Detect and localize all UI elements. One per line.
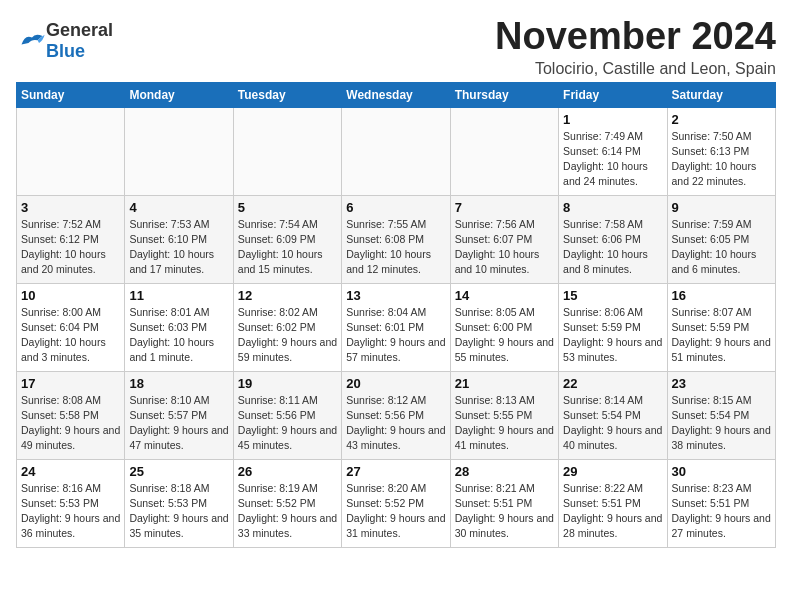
day-info: Sunrise: 7:55 AM Sunset: 6:08 PM Dayligh… — [346, 217, 445, 278]
day-number: 9 — [672, 200, 771, 215]
day-info: Sunrise: 8:08 AM Sunset: 5:58 PM Dayligh… — [21, 393, 120, 454]
calendar-day-cell: 8Sunrise: 7:58 AM Sunset: 6:06 PM Daylig… — [559, 195, 667, 283]
logo-general-text: General — [46, 20, 113, 40]
calendar-week-row: 1Sunrise: 7:49 AM Sunset: 6:14 PM Daylig… — [17, 107, 776, 195]
calendar-day-cell: 5Sunrise: 7:54 AM Sunset: 6:09 PM Daylig… — [233, 195, 341, 283]
day-of-week-header: Wednesday — [342, 82, 450, 107]
day-of-week-header: Monday — [125, 82, 233, 107]
day-number: 7 — [455, 200, 554, 215]
day-number: 20 — [346, 376, 445, 391]
day-of-week-header: Friday — [559, 82, 667, 107]
day-info: Sunrise: 8:04 AM Sunset: 6:01 PM Dayligh… — [346, 305, 445, 366]
calendar-week-row: 10Sunrise: 8:00 AM Sunset: 6:04 PM Dayli… — [17, 283, 776, 371]
calendar-day-cell: 16Sunrise: 8:07 AM Sunset: 5:59 PM Dayli… — [667, 283, 775, 371]
calendar-day-cell — [17, 107, 125, 195]
calendar-day-cell: 23Sunrise: 8:15 AM Sunset: 5:54 PM Dayli… — [667, 371, 775, 459]
calendar-day-cell — [342, 107, 450, 195]
calendar-day-cell: 30Sunrise: 8:23 AM Sunset: 5:51 PM Dayli… — [667, 459, 775, 547]
day-info: Sunrise: 8:19 AM Sunset: 5:52 PM Dayligh… — [238, 481, 337, 542]
day-info: Sunrise: 8:10 AM Sunset: 5:57 PM Dayligh… — [129, 393, 228, 454]
calendar-day-cell: 19Sunrise: 8:11 AM Sunset: 5:56 PM Dayli… — [233, 371, 341, 459]
day-number: 10 — [21, 288, 120, 303]
day-number: 22 — [563, 376, 662, 391]
day-number: 14 — [455, 288, 554, 303]
month-title: November 2024 — [495, 16, 776, 58]
day-number: 5 — [238, 200, 337, 215]
calendar-day-cell: 18Sunrise: 8:10 AM Sunset: 5:57 PM Dayli… — [125, 371, 233, 459]
calendar-day-cell: 27Sunrise: 8:20 AM Sunset: 5:52 PM Dayli… — [342, 459, 450, 547]
day-of-week-header: Tuesday — [233, 82, 341, 107]
day-info: Sunrise: 7:58 AM Sunset: 6:06 PM Dayligh… — [563, 217, 662, 278]
day-number: 19 — [238, 376, 337, 391]
calendar-day-cell: 12Sunrise: 8:02 AM Sunset: 6:02 PM Dayli… — [233, 283, 341, 371]
day-info: Sunrise: 8:23 AM Sunset: 5:51 PM Dayligh… — [672, 481, 771, 542]
day-info: Sunrise: 8:02 AM Sunset: 6:02 PM Dayligh… — [238, 305, 337, 366]
day-number: 3 — [21, 200, 120, 215]
title-block: November 2024 Tolocirio, Castille and Le… — [495, 16, 776, 78]
calendar-day-cell — [233, 107, 341, 195]
day-info: Sunrise: 8:01 AM Sunset: 6:03 PM Dayligh… — [129, 305, 228, 366]
calendar-day-cell: 22Sunrise: 8:14 AM Sunset: 5:54 PM Dayli… — [559, 371, 667, 459]
day-of-week-header: Thursday — [450, 82, 558, 107]
day-info: Sunrise: 8:15 AM Sunset: 5:54 PM Dayligh… — [672, 393, 771, 454]
day-info: Sunrise: 8:21 AM Sunset: 5:51 PM Dayligh… — [455, 481, 554, 542]
day-info: Sunrise: 8:12 AM Sunset: 5:56 PM Dayligh… — [346, 393, 445, 454]
calendar-week-row: 17Sunrise: 8:08 AM Sunset: 5:58 PM Dayli… — [17, 371, 776, 459]
day-info: Sunrise: 8:18 AM Sunset: 5:53 PM Dayligh… — [129, 481, 228, 542]
day-number: 16 — [672, 288, 771, 303]
calendar-day-cell — [450, 107, 558, 195]
calendar-day-cell: 6Sunrise: 7:55 AM Sunset: 6:08 PM Daylig… — [342, 195, 450, 283]
day-info: Sunrise: 8:13 AM Sunset: 5:55 PM Dayligh… — [455, 393, 554, 454]
day-number: 25 — [129, 464, 228, 479]
day-info: Sunrise: 7:53 AM Sunset: 6:10 PM Dayligh… — [129, 217, 228, 278]
day-number: 1 — [563, 112, 662, 127]
calendar-day-cell: 24Sunrise: 8:16 AM Sunset: 5:53 PM Dayli… — [17, 459, 125, 547]
calendar-day-cell — [125, 107, 233, 195]
calendar-week-row: 3Sunrise: 7:52 AM Sunset: 6:12 PM Daylig… — [17, 195, 776, 283]
day-number: 4 — [129, 200, 228, 215]
day-number: 13 — [346, 288, 445, 303]
day-number: 21 — [455, 376, 554, 391]
day-number: 11 — [129, 288, 228, 303]
calendar-day-cell: 2Sunrise: 7:50 AM Sunset: 6:13 PM Daylig… — [667, 107, 775, 195]
day-number: 12 — [238, 288, 337, 303]
day-info: Sunrise: 8:00 AM Sunset: 6:04 PM Dayligh… — [21, 305, 120, 366]
day-number: 29 — [563, 464, 662, 479]
calendar-day-cell: 21Sunrise: 8:13 AM Sunset: 5:55 PM Dayli… — [450, 371, 558, 459]
calendar-day-cell: 17Sunrise: 8:08 AM Sunset: 5:58 PM Dayli… — [17, 371, 125, 459]
day-of-week-header: Saturday — [667, 82, 775, 107]
day-number: 2 — [672, 112, 771, 127]
page-header: General Blue November 2024 Tolocirio, Ca… — [16, 16, 776, 78]
day-info: Sunrise: 7:59 AM Sunset: 6:05 PM Dayligh… — [672, 217, 771, 278]
calendar-day-cell: 7Sunrise: 7:56 AM Sunset: 6:07 PM Daylig… — [450, 195, 558, 283]
calendar-day-cell: 10Sunrise: 8:00 AM Sunset: 6:04 PM Dayli… — [17, 283, 125, 371]
day-info: Sunrise: 7:50 AM Sunset: 6:13 PM Dayligh… — [672, 129, 771, 190]
day-number: 28 — [455, 464, 554, 479]
day-number: 18 — [129, 376, 228, 391]
day-number: 27 — [346, 464, 445, 479]
logo-icon — [18, 30, 46, 52]
calendar-day-cell: 26Sunrise: 8:19 AM Sunset: 5:52 PM Dayli… — [233, 459, 341, 547]
calendar-day-cell: 29Sunrise: 8:22 AM Sunset: 5:51 PM Dayli… — [559, 459, 667, 547]
day-number: 17 — [21, 376, 120, 391]
calendar-day-cell: 11Sunrise: 8:01 AM Sunset: 6:03 PM Dayli… — [125, 283, 233, 371]
day-number: 6 — [346, 200, 445, 215]
day-of-week-header: Sunday — [17, 82, 125, 107]
calendar-day-cell: 3Sunrise: 7:52 AM Sunset: 6:12 PM Daylig… — [17, 195, 125, 283]
day-number: 24 — [21, 464, 120, 479]
location-title: Tolocirio, Castille and Leon, Spain — [495, 60, 776, 78]
day-info: Sunrise: 7:54 AM Sunset: 6:09 PM Dayligh… — [238, 217, 337, 278]
calendar-header-row: SundayMondayTuesdayWednesdayThursdayFrid… — [17, 82, 776, 107]
calendar-day-cell: 28Sunrise: 8:21 AM Sunset: 5:51 PM Dayli… — [450, 459, 558, 547]
calendar-day-cell: 1Sunrise: 7:49 AM Sunset: 6:14 PM Daylig… — [559, 107, 667, 195]
calendar-day-cell: 20Sunrise: 8:12 AM Sunset: 5:56 PM Dayli… — [342, 371, 450, 459]
calendar-day-cell: 9Sunrise: 7:59 AM Sunset: 6:05 PM Daylig… — [667, 195, 775, 283]
calendar-day-cell: 4Sunrise: 7:53 AM Sunset: 6:10 PM Daylig… — [125, 195, 233, 283]
day-info: Sunrise: 7:49 AM Sunset: 6:14 PM Dayligh… — [563, 129, 662, 190]
day-number: 23 — [672, 376, 771, 391]
day-info: Sunrise: 8:07 AM Sunset: 5:59 PM Dayligh… — [672, 305, 771, 366]
day-number: 15 — [563, 288, 662, 303]
day-info: Sunrise: 8:20 AM Sunset: 5:52 PM Dayligh… — [346, 481, 445, 542]
logo: General Blue — [16, 20, 113, 62]
day-number: 26 — [238, 464, 337, 479]
